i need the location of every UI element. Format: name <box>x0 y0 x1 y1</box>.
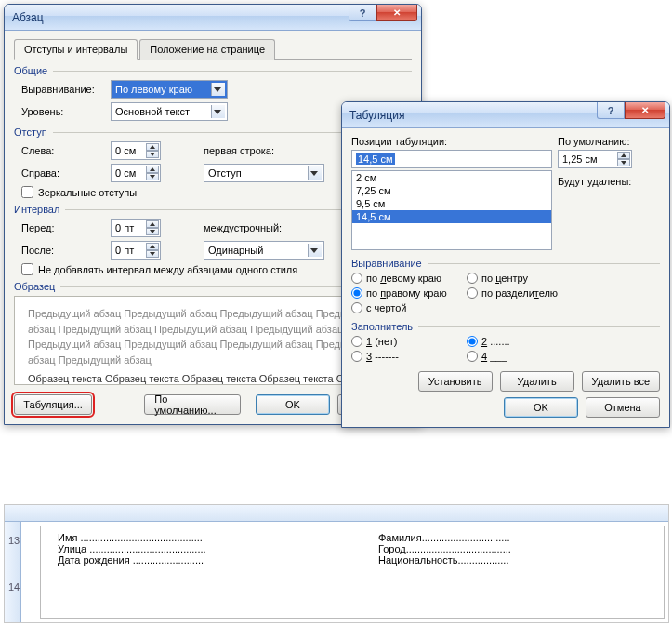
ruler-num: 13 <box>8 535 20 546</box>
leader-underline-radio[interactable]: 4 ___ <box>467 351 569 362</box>
set-button[interactable]: Установить <box>418 371 493 392</box>
nosame-label: Не добавлять интервал между абзацами одн… <box>38 264 297 275</box>
default-label: По умолчанию: <box>558 136 660 147</box>
before-label: Перед: <box>21 222 105 233</box>
spin-up-icon[interactable] <box>146 243 159 250</box>
leader-dots-radio[interactable]: 2 ....... <box>467 336 569 347</box>
level-select[interactable]: Основной текст <box>111 102 228 121</box>
close-button[interactable] <box>625 102 665 119</box>
firstline-label: первая строка: <box>204 145 306 156</box>
leader-dashes-radio[interactable]: 3 ------- <box>351 351 454 362</box>
willdelete-label: Будут удалены: <box>558 176 660 187</box>
mirror-indents-checkbox[interactable] <box>21 186 33 198</box>
titlebar[interactable]: Абзац <box>5 5 421 31</box>
leader-none-radio[interactable]: 1 (нет) <box>351 336 454 347</box>
align-left-radio[interactable]: по левому краю <box>351 273 454 284</box>
alignment-select[interactable]: По левому краю <box>111 80 228 99</box>
indent-right-spinner[interactable]: 0 см <box>111 164 161 182</box>
group-general: Общие <box>14 65 47 76</box>
clear-button[interactable]: Удалить <box>500 371 574 392</box>
ok-button[interactable]: OK <box>256 394 330 415</box>
indent-right-label: Справа: <box>21 167 105 179</box>
doc-cell: Фамилия............................... <box>378 532 509 543</box>
doc-cell: Город...................................… <box>378 543 511 554</box>
spin-up-icon[interactable] <box>146 220 159 228</box>
align-right-radio[interactable]: по правому краю <box>351 287 454 299</box>
document-page: Имя ....................................… <box>40 526 665 619</box>
document-window: 13 14 Имя ..............................… <box>4 504 669 623</box>
doc-cell: Имя ....................................… <box>58 532 378 543</box>
default-button[interactable]: По умолчанию... <box>144 394 241 415</box>
close-button[interactable] <box>376 5 417 21</box>
group-spacing: Интервал <box>14 204 59 215</box>
positions-listbox[interactable]: 2 см 7,25 см 9,5 см 14,5 см <box>351 170 552 250</box>
spin-down-icon[interactable] <box>146 173 159 180</box>
list-item[interactable]: 14,5 см <box>352 210 551 223</box>
tab-strip: Отступы и интервалы Положение на страниц… <box>14 38 412 60</box>
doc-row: Дата рождения ......................... … <box>58 554 647 566</box>
spin-up-icon[interactable] <box>146 166 159 173</box>
doc-cell: Улица ..................................… <box>58 543 378 554</box>
positions-label: Позиции табуляции: <box>351 136 552 147</box>
mirror-indents-label: Зеркальные отступы <box>38 187 137 198</box>
align-center-radio[interactable]: по центру <box>467 273 569 284</box>
default-spinner[interactable]: 1,25 см <box>558 150 632 168</box>
cancel-button[interactable]: Отмена <box>586 397 660 418</box>
ok-button[interactable]: OK <box>504 397 578 418</box>
clear-all-button[interactable]: Удалить все <box>582 371 660 392</box>
level-label: Уровень: <box>21 106 105 117</box>
indent-left-spinner[interactable]: 0 см <box>111 141 161 160</box>
spin-up-icon[interactable] <box>146 143 159 151</box>
indent-left-label: Слева: <box>21 145 105 156</box>
ruler-horizontal <box>5 505 668 522</box>
spin-down-icon[interactable] <box>617 159 630 166</box>
linespacing-select[interactable]: Одинарный <box>204 241 324 260</box>
group-sample: Образец <box>14 281 55 292</box>
dialog-title: Абзац <box>12 11 44 24</box>
spin-down-icon[interactable] <box>146 228 159 235</box>
doc-row: Улица ..................................… <box>58 543 647 554</box>
titlebar[interactable]: Табуляция <box>342 102 669 128</box>
help-button[interactable] <box>349 5 376 21</box>
after-spinner[interactable]: 0 пт <box>111 241 161 260</box>
doc-cell: Дата рождения ......................... <box>58 554 378 566</box>
tab-position[interactable]: Положение на странице <box>139 39 275 60</box>
position-input[interactable]: 14,5 см <box>351 150 552 168</box>
nosame-checkbox[interactable] <box>21 263 33 275</box>
linespacing-label: междустрочный: <box>204 222 306 233</box>
spin-up-icon[interactable] <box>617 152 630 159</box>
firstline-select[interactable]: Отступ <box>204 164 324 182</box>
group-leader: Заполнитель <box>351 321 413 332</box>
after-label: После: <box>21 245 105 256</box>
group-alignment: Выравнивание <box>351 258 422 269</box>
help-button[interactable] <box>597 102 625 119</box>
alignment-label: Выравнивание: <box>21 84 105 95</box>
ruler-vertical: 13 14 <box>5 522 21 622</box>
group-indent: Отступ <box>14 127 47 138</box>
doc-row: Имя ....................................… <box>58 532 647 543</box>
spin-down-icon[interactable] <box>146 151 159 158</box>
list-item[interactable]: 2 см <box>352 171 551 184</box>
tabs-button[interactable]: Табуляция... <box>14 394 92 415</box>
list-item[interactable]: 9,5 см <box>352 197 551 210</box>
tab-indents[interactable]: Отступы и интервалы <box>14 39 138 60</box>
spin-down-icon[interactable] <box>146 250 159 258</box>
before-spinner[interactable]: 0 пт <box>111 219 161 237</box>
tabulation-dialog: Табуляция Позиции табуляции: 14,5 см 2 с… <box>341 101 670 428</box>
align-bar-radio[interactable]: с чертой <box>351 302 454 313</box>
ruler-num: 14 <box>8 581 20 593</box>
align-decimal-radio[interactable]: по разделителю <box>467 287 569 299</box>
list-item[interactable]: 7,25 см <box>352 184 551 197</box>
dialog-title: Табуляция <box>349 109 404 122</box>
doc-cell: Национальность.................. <box>378 554 508 566</box>
